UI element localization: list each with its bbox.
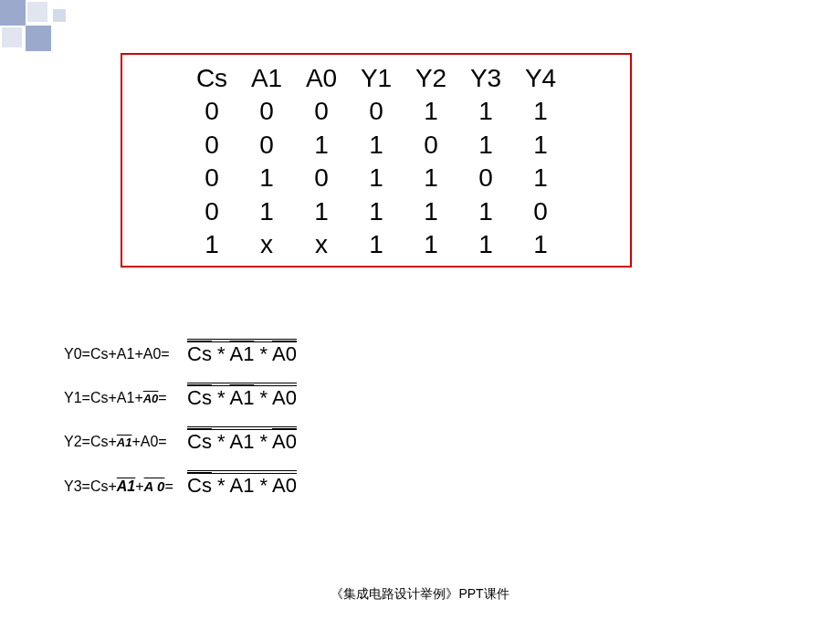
table-row: 0 0 1 1 0 1 1 <box>141 129 612 162</box>
a1-bar: A1 <box>117 477 135 495</box>
table-cell: 0 <box>184 129 239 162</box>
table-cell: 0 <box>349 95 404 128</box>
eq-text: = <box>158 390 166 406</box>
decor-block <box>27 2 47 22</box>
table-cell: 0 <box>458 162 513 194</box>
table-cell: 1 <box>513 95 568 128</box>
term-cs-bar: Cs <box>187 386 212 409</box>
decor-block <box>53 9 66 22</box>
table-cell: 1 <box>404 195 458 228</box>
table-cell: 1 <box>349 129 404 162</box>
eq-y0-rhs: Cs * A1 * A0 <box>187 342 297 366</box>
op-star: * <box>212 386 230 409</box>
eq-y3-rhs: Cs * A1 * A0 <box>187 474 297 498</box>
equation-y3: Y3=Cs+ A1 + A 0 = Cs * A1 * A0 <box>64 469 520 502</box>
table-cell: x <box>239 228 294 261</box>
table-cell: 1 <box>513 129 568 162</box>
table-cell: 0 <box>513 195 568 228</box>
table-header: Y3 <box>458 62 513 95</box>
term-a1: A1 <box>229 430 254 453</box>
double-overline <box>187 383 297 386</box>
footer-text: 《集成电路设计举例》PPT课件 <box>0 586 840 603</box>
table-cell: 1 <box>513 228 568 261</box>
table-cell: 0 <box>294 95 349 128</box>
double-overline <box>187 339 297 342</box>
table-cell: 0 <box>404 129 458 162</box>
table-cell: 0 <box>184 195 239 228</box>
table-cell: 1 <box>349 228 404 261</box>
op-star: * <box>212 430 230 453</box>
table-cell: 1 <box>184 228 239 261</box>
equation-y1: Y1=Cs+A1+A0 = Cs * A1 * A0 <box>64 382 520 415</box>
table-cell: 1 <box>458 195 513 228</box>
table-header: Y2 <box>404 62 458 95</box>
op-star: * <box>212 342 230 365</box>
table-cell: 1 <box>239 195 294 228</box>
term-cs-bar: Cs <box>187 474 212 497</box>
term-a0: A0 <box>272 474 297 497</box>
term-a0: A0 <box>272 386 297 409</box>
term-a1-bar: A1 <box>229 342 254 365</box>
eq-text: Y2=Cs+ <box>64 434 117 450</box>
eq-text: Y1=Cs+A1+ <box>64 390 143 406</box>
table-row: 0 0 0 0 1 1 1 <box>141 95 612 128</box>
table-header: Cs <box>184 62 239 95</box>
term-cs-bar: Cs <box>187 342 212 365</box>
table-row: 0 1 0 1 1 0 1 <box>141 162 612 194</box>
equation-y2: Y2=Cs+ A1 +A0= Cs * A1 * A0 <box>64 425 520 458</box>
table-cell: 0 <box>239 95 294 128</box>
table-cell: 0 <box>184 162 239 194</box>
table-cell: 1 <box>349 195 404 228</box>
eq-y3-lhs: Y3=Cs+ A1 + A 0 = <box>64 477 187 495</box>
eq-y0-lhs: Y0=Cs+A1+A0= <box>64 346 187 362</box>
eq-text: +A0= <box>131 434 166 450</box>
equation-y0: Y0=Cs+A1+A0= Cs * A1 * A0 <box>64 338 520 371</box>
table-header-row: Cs A1 A0 Y1 Y2 Y3 Y4 <box>141 62 612 95</box>
table-cell: 1 <box>239 162 294 194</box>
table-cell: 1 <box>458 129 513 162</box>
eq-y1-lhs: Y1=Cs+A1+A0 = <box>64 390 187 406</box>
table-cell: 1 <box>349 162 404 194</box>
eq-y2-lhs: Y2=Cs+ A1 +A0= <box>64 434 187 450</box>
eq-y1-rhs: Cs * A1 * A0 <box>187 386 297 410</box>
eq-text: + <box>135 478 143 495</box>
table-cell: 1 <box>404 95 458 128</box>
table-cell: 1 <box>404 228 458 261</box>
a1-bar: A1 <box>117 434 132 449</box>
table-cell: 1 <box>513 162 568 194</box>
term-a0-bar: A0 <box>272 342 297 365</box>
eq-text: Y3=Cs+ <box>64 478 117 495</box>
table-cell: 1 <box>458 95 513 128</box>
a0-bar: A 0 <box>144 477 165 494</box>
decor-block <box>26 26 51 51</box>
double-overline <box>187 470 297 474</box>
table-cell: 1 <box>404 162 458 194</box>
table-row: 0 1 1 1 1 1 0 <box>141 195 612 228</box>
op-star: * <box>254 342 272 365</box>
term-a1-bar: A1 <box>229 386 254 409</box>
term-a1: A1 <box>229 474 254 497</box>
corner-decoration <box>0 0 80 51</box>
truth-table: Cs A1 A0 Y1 Y2 Y3 Y4 0 0 0 0 1 1 1 0 0 1… <box>121 53 632 268</box>
table-row: 1 x x 1 1 1 1 <box>141 228 612 261</box>
table-cell: x <box>294 228 349 261</box>
eq-y2-rhs: Cs * A1 * A0 <box>187 430 297 454</box>
term-cs-bar: Cs <box>187 430 212 453</box>
table-header: Y4 <box>513 62 568 95</box>
eq-text: = <box>164 478 173 495</box>
decor-block <box>2 27 22 47</box>
op-star: * <box>254 474 272 497</box>
table-cell: 0 <box>294 162 349 194</box>
table-header: A0 <box>294 62 349 95</box>
table-cell: 0 <box>184 95 239 128</box>
op-star: * <box>212 474 230 497</box>
table-header: A1 <box>239 62 294 95</box>
equations-block: Y0=Cs+A1+A0= Cs * A1 * A0 Y1=Cs+A1+A0 = … <box>64 338 520 513</box>
a0-bar: A0 <box>143 390 159 405</box>
double-overline <box>187 426 297 430</box>
term-a0-bar: A0 <box>272 430 297 453</box>
table-header: Y1 <box>349 62 404 95</box>
table-cell: 1 <box>458 228 513 261</box>
table-cell: 1 <box>294 129 349 162</box>
decor-block <box>0 0 26 26</box>
